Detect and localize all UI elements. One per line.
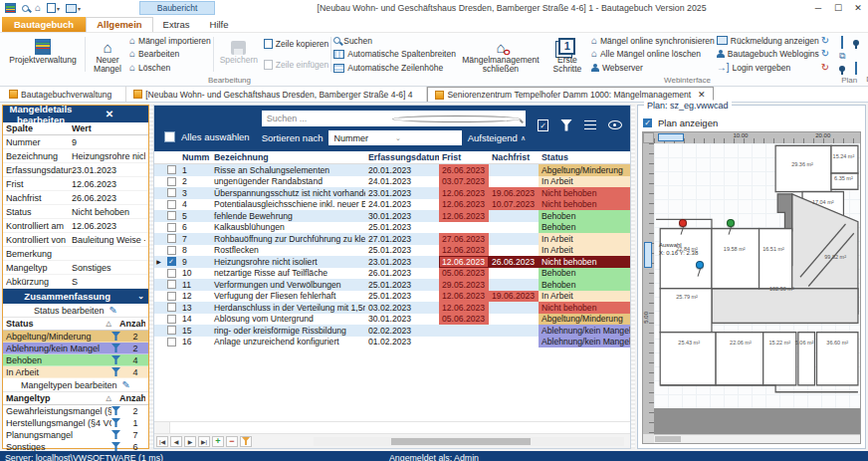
auto-zeilenhoehe-button[interactable]: Automatische Zeilenhöhe xyxy=(333,62,456,75)
filter-icon[interactable] xyxy=(111,367,125,376)
new-row-strip[interactable] xyxy=(154,421,630,434)
plan-horizontal-scrollbar[interactable] xyxy=(654,434,860,443)
details-row[interactable]: Bezeichnung Heizungsrohre nicht... xyxy=(3,149,148,163)
ribbon-tab[interactable]: Allgemein xyxy=(86,17,152,32)
status-summary-row[interactable]: Behoben 4 xyxy=(3,354,148,366)
weblogins-button[interactable]: Bautagebuch Weblogins xyxy=(717,48,819,61)
row-checkbox[interactable]: ✓ xyxy=(167,223,176,232)
defect-row[interactable]: ✓ 6 Kalkausblühungen 25.01.2023 Behoben xyxy=(154,222,630,234)
column-header-status[interactable]: Status xyxy=(539,152,630,162)
sync-option-1-button[interactable]: ↻ xyxy=(821,34,829,47)
tab-close-icon[interactable]: ✕ xyxy=(698,90,706,100)
plan-image-button[interactable] xyxy=(855,63,857,74)
details-row[interactable]: Kontrolliert am 12.06.2023 xyxy=(3,219,148,233)
defect-row[interactable]: ✓ 1 Risse an Schalungselementen 20.01.20… xyxy=(154,164,630,176)
plan-image-pin-button[interactable] xyxy=(841,37,843,48)
row-checkbox[interactable]: ✓ xyxy=(167,280,176,289)
loeschen-button[interactable]: ⌂Löschen xyxy=(129,62,211,75)
maengel-online-sync-button[interactable]: ⌂Mängel online synchronisieren xyxy=(591,34,715,47)
filter-icon[interactable] xyxy=(111,332,125,341)
status-summary-row[interactable]: Ablehnung/kein Mangel 2 xyxy=(3,343,148,354)
panel-splitter[interactable] xyxy=(631,105,635,449)
list-view-icon[interactable] xyxy=(584,120,596,130)
column-header-nummer[interactable]: Numm△ xyxy=(179,152,211,162)
select-all-checkbox[interactable] xyxy=(164,131,175,142)
defect-row[interactable]: ▶ ✓ 9 Heizungsrohre nicht isoliert 23.01… xyxy=(154,256,630,268)
defect-row[interactable]: ✓ 13 Herdanschluss in der Verteilung mit… xyxy=(154,302,630,314)
defect-row[interactable]: ✓ 12 Verfugung der Fliesen fehlerhaft 25… xyxy=(154,291,630,303)
defect-row[interactable]: ✓ 11 Verformungen und Verwölbungen 25.01… xyxy=(154,279,630,291)
filter-icon[interactable] xyxy=(560,119,572,131)
row-checkbox[interactable]: ✓ xyxy=(167,234,176,243)
defect-row[interactable]: ✓ 16 Anlage unzureichend konfiguriert 01… xyxy=(154,337,630,348)
column-header-nachfrist[interactable]: Nachfrist xyxy=(489,152,539,162)
filter-icon[interactable] xyxy=(111,355,125,364)
show-plan-control[interactable]: ✓ Plan anzeigen xyxy=(642,114,861,131)
row-checkbox[interactable]: ✓ xyxy=(167,165,176,174)
row-checkbox[interactable]: ✓ xyxy=(167,303,176,312)
grid-filter-button[interactable] xyxy=(240,436,252,447)
close-button[interactable]: ✕ xyxy=(848,1,868,16)
filter-icon[interactable] xyxy=(111,442,125,451)
window-quick-icon[interactable]: ▾ xyxy=(65,2,82,15)
sort-select[interactable]: Nummer ⌄ xyxy=(328,130,461,145)
add-row-button[interactable]: + xyxy=(212,436,224,447)
row-checkbox[interactable]: ✓ xyxy=(167,177,176,186)
edit-status-button[interactable]: Status bearbeiten ✎ xyxy=(3,304,148,318)
row-checkbox[interactable]: ✓ xyxy=(167,200,176,209)
row-checkbox[interactable]: ✓ xyxy=(167,246,176,255)
speichern-button[interactable]: Speichern xyxy=(216,34,262,75)
alle-maengel-online-loeschen-button[interactable]: ⌂Alle Mängel online löschen xyxy=(591,48,715,61)
plan-pin-button[interactable] xyxy=(853,37,859,48)
defect-map-pin[interactable] xyxy=(696,261,704,269)
defect-row[interactable]: ✓ 10 netzartige Risse auf Teilfläche 26.… xyxy=(154,268,630,280)
type-summary-row[interactable]: Herstellungsmangel (§4 VOB) 1 xyxy=(3,417,148,429)
view-options-eye-icon[interactable] xyxy=(608,120,622,129)
projektverwaltung-quick-icon[interactable] xyxy=(4,2,17,15)
status-summary-row[interactable]: Abgeltung/Minderung 2 xyxy=(3,331,148,343)
login-vergeben-button[interactable]: →]Login vergeben xyxy=(717,62,819,75)
home-quick-icon[interactable]: ⌂ xyxy=(34,2,42,15)
minimize-button[interactable]: ─ xyxy=(808,1,828,16)
rueckmeldung-anzeigen-button[interactable]: Rückmeldung anzeigen xyxy=(717,34,819,47)
document-tab[interactable]: Bautagebuchverwaltung xyxy=(2,87,126,102)
edit-defect-types-button[interactable]: Mangeltypen bearbeiten ✎ xyxy=(3,378,148,392)
defect-row[interactable]: ✓ 7 Rohbauöffnung zur Durchführung zu kl… xyxy=(154,233,630,245)
status-summary-row[interactable]: In Arbeit 4 xyxy=(3,366,148,378)
row-checkbox[interactable]: ✓ xyxy=(167,338,176,346)
ribbon-tab[interactable]: Hilfe xyxy=(200,18,239,32)
plan-link-button[interactable]: ⧉ xyxy=(839,50,845,62)
defect-row[interactable]: ✓ 5 fehlende Bewehrung 30.01.2023 12.06.… xyxy=(154,210,630,222)
row-checkbox[interactable]: ✓ xyxy=(167,257,176,266)
row-checkbox[interactable]: ✓ xyxy=(167,292,176,301)
details-row[interactable]: Frist 12.06.2023 xyxy=(3,177,148,191)
defect-row[interactable]: ✓ 15 ring- oder kreisförmige Rissbildung… xyxy=(154,325,630,337)
horizontal-scrollbar[interactable] xyxy=(314,437,624,446)
column-header-bezeichnung[interactable]: Bezeichnung xyxy=(211,152,365,162)
webserver-button[interactable]: Webserver xyxy=(591,62,715,75)
suchen-button[interactable]: Suchen xyxy=(333,34,456,47)
search-input[interactable]: Suchen ... xyxy=(262,111,526,126)
document-tab[interactable]: [Neubau Wohn- und Geschäftshaus Dresden,… xyxy=(126,87,427,102)
nav-next-button[interactable]: ▶ xyxy=(184,436,196,447)
details-row[interactable]: Bemerkung xyxy=(3,247,148,261)
row-checkbox[interactable]: ✓ xyxy=(167,269,176,278)
details-row[interactable]: Mangeltyp Sonstiges xyxy=(3,261,148,275)
details-row[interactable]: Erfassungsdatum 23.01.2023 xyxy=(3,163,148,177)
details-row[interactable]: Nachfrist 26.06.2023 xyxy=(3,191,148,205)
nav-prev-button[interactable]: ◀ xyxy=(170,436,182,447)
projektverwaltung-button[interactable]: Projektverwaltung xyxy=(3,34,83,75)
baubericht-button[interactable]: Baubericht xyxy=(139,1,215,15)
remove-row-button[interactable]: − xyxy=(226,436,238,447)
ribbon-tab[interactable]: Bautagebuch xyxy=(2,17,86,32)
sync-option-3-button[interactable]: ↻ xyxy=(821,62,829,75)
neuer-mangel-button[interactable]: ⌂ Neuer Mangel xyxy=(88,34,127,75)
show-plan-checkbox[interactable]: ✓ xyxy=(642,117,653,128)
row-checkbox[interactable]: ✓ xyxy=(167,315,176,324)
plan-pin2-button[interactable] xyxy=(839,63,845,74)
horizontal-scrollbar-thumb[interactable] xyxy=(391,438,531,445)
row-checkbox[interactable]: ✓ xyxy=(167,326,176,335)
sort-direction-button[interactable]: Aufsteigend ∧ xyxy=(468,132,526,143)
defect-map-pin[interactable] xyxy=(727,219,735,227)
filter-icon[interactable] xyxy=(111,344,125,352)
